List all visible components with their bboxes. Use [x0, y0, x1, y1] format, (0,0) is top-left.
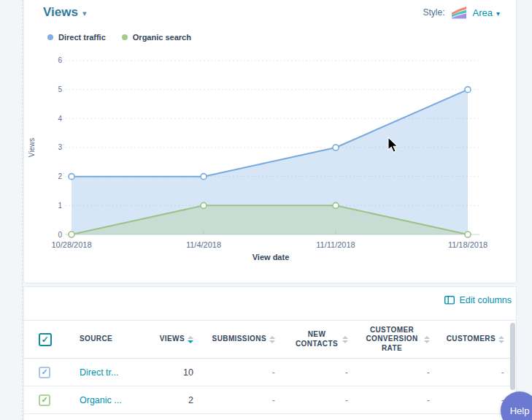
column-label: NEW CONTACTS	[294, 330, 339, 348]
page: Views ▾ Style: Area ▾ Direct trafficOrga…	[0, 0, 532, 420]
edit-columns-label: Edit columns	[459, 295, 512, 305]
source-link[interactable]: Direct tr...	[80, 367, 118, 378]
y-tick-label: 1	[58, 202, 62, 210]
legend-item-direct-traffic[interactable]: Direct traffic	[47, 33, 106, 42]
column-label: VIEWS	[160, 335, 185, 344]
table-row: ✓Organic ...2----	[24, 386, 516, 414]
y-axis-title: Views	[28, 138, 36, 158]
columns-icon	[444, 296, 455, 305]
source-cell: Direct tr...	[62, 359, 141, 386]
chart-legend: Direct trafficOrganic search	[47, 33, 191, 42]
data-point[interactable]	[465, 87, 471, 93]
column-label: SUBMISSIONS	[212, 335, 266, 344]
sort-arrows-icon[interactable]	[498, 336, 504, 343]
legend-label: Organic search	[133, 33, 191, 42]
style-control: Style: Area ▾	[423, 6, 500, 20]
page-title: Views	[43, 5, 78, 20]
data-point[interactable]	[333, 145, 339, 150]
data-point[interactable]	[465, 232, 471, 237]
column-label: CUSTOMER CONVERSION RATE	[363, 326, 421, 354]
sort-arrows-icon[interactable]	[269, 336, 275, 343]
column-label: CUSTOMERS	[447, 335, 496, 344]
table-header-row: ✓SOURCEVIEWSSUBMISSIONSNEW CONTACTSCUSTO…	[24, 321, 516, 359]
customers-cell: -	[442, 359, 516, 386]
legend-dot-icon	[47, 34, 53, 40]
report-title-dropdown[interactable]: Views ▾	[43, 5, 86, 20]
sources-table: ✓SOURCEVIEWSSUBMISSIONSNEW CONTACTSCUSTO…	[24, 320, 516, 414]
legend-label: Direct traffic	[58, 33, 106, 42]
customer_conversion_rate-cell: -	[360, 359, 442, 386]
source-link[interactable]: Organic ...	[80, 395, 122, 405]
sort-arrows-icon[interactable]	[342, 336, 348, 343]
submissions-cell: -	[205, 386, 287, 414]
row-checkbox[interactable]: ✓	[39, 367, 50, 378]
style-value: Area	[473, 7, 493, 18]
table-row: ✓Direct tr...10----	[24, 359, 516, 386]
column-label: SOURCE	[80, 335, 112, 344]
legend-dot-icon	[122, 34, 128, 40]
style-dropdown[interactable]: Area ▾	[473, 7, 501, 18]
y-tick-label: 2	[58, 172, 62, 180]
customer_conversion_rate-cell: -	[360, 386, 442, 414]
area-style-icon	[450, 6, 468, 20]
page-left-gutter	[0, 0, 23, 420]
y-tick-label: 3	[58, 143, 62, 151]
help-button-label: Help	[510, 405, 530, 416]
table-card: Edit columns ✓SOURCEVIEWSSUBMISSIONSNEW …	[23, 286, 517, 420]
y-tick-label: 6	[58, 56, 62, 64]
new_contacts-cell: -	[287, 359, 360, 386]
report-card-header: Views ▾ Style: Area ▾	[24, 0, 516, 20]
views-cell: 10	[141, 359, 205, 386]
style-label: Style:	[423, 7, 444, 18]
x-tick-label: 11/11/2018	[316, 240, 355, 249]
data-point[interactable]	[69, 232, 74, 237]
row-checkbox-cell: ✓	[24, 359, 62, 386]
row-checkbox[interactable]: ✓	[39, 394, 50, 406]
legend-item-organic-search[interactable]: Organic search	[122, 33, 191, 42]
sort-arrows-icon[interactable]	[188, 336, 193, 343]
views-cell: 2	[141, 386, 205, 414]
edit-columns-button[interactable]: Edit columns	[444, 295, 512, 305]
x-tick-label: 11/4/2018	[186, 240, 221, 249]
data-point[interactable]	[333, 202, 339, 208]
column-header-new_contacts[interactable]: NEW CONTACTS	[287, 321, 360, 359]
x-tick-label: 11/18/2018	[448, 240, 487, 249]
y-tick-label: 5	[58, 85, 62, 93]
row-checkbox-cell: ✓	[24, 386, 62, 414]
source-cell: Organic ...	[62, 386, 141, 414]
column-header-customer_conversion_rate[interactable]: CUSTOMER CONVERSION RATE	[360, 321, 442, 359]
column-header-submissions[interactable]: SUBMISSIONS	[205, 321, 287, 359]
sort-arrows-icon[interactable]	[424, 336, 430, 343]
x-tick-label: 10/28/2018	[51, 240, 91, 249]
chevron-down-icon: ▾	[82, 9, 87, 18]
data-point[interactable]	[69, 174, 74, 180]
new_contacts-cell: -	[287, 386, 360, 414]
y-tick-label: 4	[58, 115, 62, 123]
data-point[interactable]	[201, 202, 207, 208]
x-axis-title: View date	[252, 253, 290, 261]
chevron-down-icon: ▾	[496, 9, 500, 18]
submissions-cell: -	[205, 359, 287, 386]
scrollbar[interactable]	[510, 323, 515, 390]
y-tick-label: 0	[58, 231, 62, 239]
column-header-source: SOURCE	[62, 321, 141, 359]
report-card: Views ▾ Style: Area ▾ Direct trafficOrga…	[23, 0, 517, 283]
column-header-checkbox: ✓	[24, 321, 62, 359]
select-all-checkbox[interactable]: ✓	[39, 333, 52, 346]
column-header-views[interactable]: VIEWS	[141, 321, 205, 359]
area-chart: 0123456Views10/28/201811/4/201811/11/201…	[24, 45, 517, 265]
column-header-customers[interactable]: CUSTOMERS	[442, 321, 516, 359]
data-point[interactable]	[201, 174, 207, 180]
